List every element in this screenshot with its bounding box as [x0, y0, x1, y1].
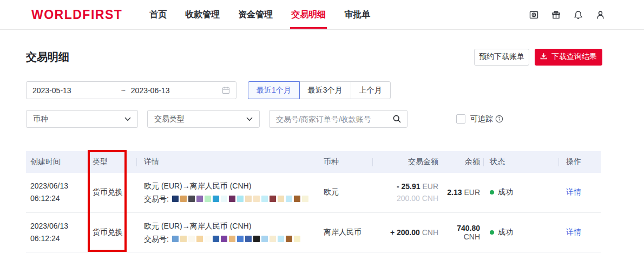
quick-range-last-month[interactable]: 上个月: [351, 81, 391, 99]
quick-range-segmented-control: 最近1个月 最近3个月 上个月: [248, 81, 391, 99]
transactions-table: 创建时间 类型 详情 币种 交易金额 余额 状态 操作 2023/06/13 0…: [26, 151, 601, 252]
search-box: [269, 110, 408, 128]
schedule-download-button[interactable]: 预约下载账单: [474, 49, 529, 66]
traceable-checkbox[interactable]: [456, 114, 465, 124]
status-cell: 成功: [483, 173, 558, 212]
date-range-input[interactable]: 2023-05-13 ~ 2023-06-13: [26, 81, 236, 99]
date-separator: ~: [121, 86, 126, 95]
page-title: 交易明细: [26, 50, 69, 64]
main-nav: 首页 收款管理 资金管理 交易明细 审批单: [149, 0, 370, 30]
amount-cell: - 25.91 EUR 200.00 CNH: [372, 173, 443, 212]
currency-cell: 离岸人民币: [319, 212, 372, 252]
redacted-transaction-id: [172, 236, 300, 242]
chevron-down-icon: [246, 117, 253, 121]
topbar-icons: [529, 10, 605, 20]
title-actions: 预约下载账单 下载查询结果: [474, 49, 602, 66]
table-row: 2023/06/13 06:12:24 货币兑换 欧元 (EUR)→离岸人民币 …: [26, 173, 601, 212]
quick-range-last-3-months[interactable]: 最近3个月: [299, 81, 351, 99]
action-cell: 详情: [558, 173, 601, 212]
table-header-row: 创建时间 类型 详情 币种 交易金额 余额 状态 操作: [26, 151, 601, 173]
nav-item-home[interactable]: 首页: [149, 0, 167, 30]
col-header-currency: 币种: [319, 151, 372, 173]
col-header-action: 操作: [558, 151, 601, 173]
info-icon[interactable]: [495, 115, 503, 123]
transaction-id-label: 交易号:: [144, 232, 169, 245]
search-input[interactable]: [276, 115, 392, 124]
gift-icon[interactable]: [551, 10, 561, 20]
chevron-down-icon: [124, 117, 131, 121]
amount-secondary: 200.00 CNH: [372, 192, 438, 204]
detail-title: 欧元 (EUR)→离岸人民币 (CNH): [144, 219, 319, 232]
download-results-button[interactable]: 下载查询结果: [535, 49, 602, 66]
user-icon[interactable]: [596, 10, 605, 20]
date-filter-row: 2023-05-13 ~ 2023-06-13 最近1个月 最近3个月 上个月: [26, 81, 618, 99]
col-header-status: 状态: [483, 151, 558, 173]
type-cell: 货币兑换: [88, 212, 136, 252]
col-header-created-time: 创建时间: [26, 151, 88, 173]
transaction-type-select[interactable]: 交易类型: [147, 110, 260, 128]
date-end-value: 2023-06-13: [131, 86, 170, 95]
detail-title: 欧元 (EUR)→离岸人民币 (CNH): [144, 179, 319, 192]
filter-row: 币种 交易类型 可追踪: [26, 110, 618, 128]
nav-item-receive-management[interactable]: 收款管理: [185, 0, 220, 30]
bell-icon[interactable]: [574, 10, 583, 20]
status-text: 成功: [498, 187, 513, 197]
quick-range-last-1-month[interactable]: 最近1个月: [248, 81, 300, 99]
detail-link[interactable]: 详情: [566, 228, 581, 236]
download-results-label: 下载查询结果: [551, 52, 597, 62]
detail-link[interactable]: 详情: [566, 187, 581, 196]
download-icon: [540, 53, 547, 61]
type-cell: 货币兑换: [88, 173, 136, 212]
col-header-balance: 余额: [443, 151, 483, 173]
worldfirst-logo: WORLDFIRST: [31, 8, 122, 22]
search-icon[interactable]: [392, 114, 402, 124]
traceable-filter: 可追踪: [456, 114, 503, 124]
date-start-value: 2023-05-13: [32, 86, 71, 95]
title-row: 交易明细 预约下载账单 下载查询结果: [26, 48, 618, 66]
nav-item-transaction-details[interactable]: 交易明细: [291, 0, 326, 30]
amount-cell: + 200.00 CNH: [372, 212, 443, 252]
col-header-detail: 详情: [136, 151, 319, 173]
col-header-amount: 交易金额: [372, 151, 443, 173]
status-dot-success: [490, 190, 494, 194]
redacted-transaction-id: [172, 196, 308, 202]
currency-select-placeholder: 币种: [33, 114, 48, 124]
status-cell: 成功: [483, 212, 558, 252]
balance-cell: 2.13 EUR: [443, 173, 483, 212]
currency-cell: 欧元: [319, 173, 372, 212]
page-content: 交易明细 预约下载账单 下载查询结果 2023-05-13 ~ 2023-06-…: [0, 48, 644, 252]
detail-cell: 欧元 (EUR)→离岸人民币 (CNH) 交易号:: [136, 212, 319, 252]
currency-select[interactable]: 币种: [26, 110, 138, 128]
traceable-label: 可追踪: [470, 114, 493, 124]
col-header-type: 类型: [88, 151, 136, 173]
calendar-icon: [222, 86, 230, 94]
top-navigation-bar: WORLDFIRST 首页 收款管理 资金管理 交易明细 审批单: [0, 0, 644, 30]
table-row: 2023/06/13 06:12:24 货币兑换 欧元 (EUR)→离岸人民币 …: [26, 212, 601, 252]
action-cell: 详情: [558, 212, 601, 252]
created-time-cell: 2023/06/13 06:12:24: [26, 173, 88, 212]
status-dot-success: [490, 230, 494, 235]
transaction-type-placeholder: 交易类型: [154, 114, 185, 124]
detail-cell: 欧元 (EUR)→离岸人民币 (CNH) 交易号:: [136, 173, 319, 212]
nav-item-approvals[interactable]: 审批单: [344, 0, 370, 30]
nav-item-funds-management[interactable]: 资金管理: [238, 0, 273, 30]
status-text: 成功: [498, 228, 513, 237]
message-icon[interactable]: [529, 10, 538, 20]
created-time-cell: 2023/06/13 06:12:24: [26, 212, 88, 252]
transaction-id-label: 交易号:: [144, 192, 169, 205]
balance-cell: 740.80 CNH: [443, 212, 483, 252]
